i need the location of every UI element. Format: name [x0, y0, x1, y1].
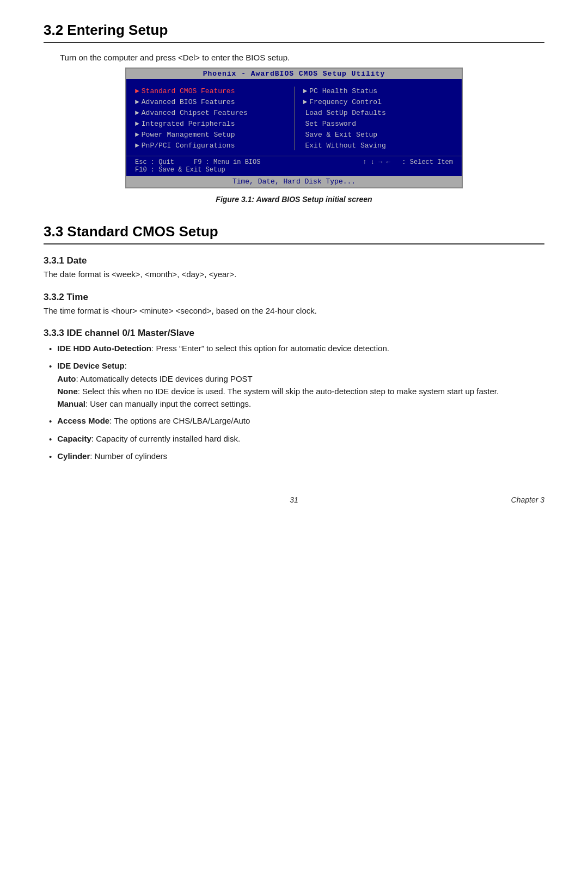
subsection-333: 3.3.3 IDE channel 0/1 Master/Slave IDE H… — [44, 328, 544, 463]
bullet-access-mode-label: Access Mode — [57, 416, 109, 425]
section-33: 3.3 Standard CMOS Setup 3.3.1 Date The d… — [44, 223, 544, 463]
bios-item-frequency: ► Frequency Control — [303, 98, 454, 106]
bios-screenshot: Phoenix - AwardBIOS CMOS Setup Utility ►… — [125, 68, 463, 188]
chapter-label: Chapter 3 — [377, 495, 544, 504]
subsection-331-heading: 3.3.1 Date — [44, 255, 544, 266]
bios-menu-area: ► Standard CMOS Features ► Advanced BIOS… — [126, 79, 462, 156]
section-33-divider — [44, 243, 544, 244]
bios-item-label-r2: Frequency Control — [309, 98, 382, 106]
arrow-icon-3: ► — [135, 109, 139, 117]
bios-item-label-r1: PC Health Status — [309, 87, 377, 95]
bios-item-save-exit: Save & Exit Setup — [303, 131, 454, 139]
intro-text: Turn on the computer and press <Del> to … — [60, 53, 544, 62]
subsection-332-heading: 3.3.2 Time — [44, 292, 544, 303]
bios-title: Phoenix - AwardBIOS CMOS Setup Utility — [126, 69, 462, 79]
subsection-331: 3.3.1 Date The date format is <week>, <m… — [44, 255, 544, 281]
bios-item-label-6: PnP/PCI Configurations — [142, 142, 235, 150]
bullet-access-mode: Access Mode: The options are CHS/LBA/Lar… — [49, 414, 544, 427]
figure-caption: Figure 3.1: Award BIOS Setup initial scr… — [44, 195, 544, 204]
bios-item-set-password: Set Password — [303, 120, 454, 128]
subsection-332-text: The time format is <hour> <minute> <seco… — [44, 305, 544, 317]
bios-item-advanced-bios: ► Advanced BIOS Features — [135, 98, 285, 106]
bullet-ide-hdd-text: IDE HDD Auto-Detection: Press “Enter” to… — [57, 342, 544, 354]
bios-footer-left: Esc : Quit F9 : Menu in BIOSF10 : Save &… — [135, 158, 260, 174]
bullet-ide-hdd-label: IDE HDD Auto-Detection — [57, 344, 151, 353]
bullet-ide-device: IDE Device Setup: Auto: Automatically de… — [49, 359, 544, 410]
ide-none-label: None — [57, 387, 78, 396]
subsection-332: 3.3.2 Time The time format is <hour> <mi… — [44, 292, 544, 317]
bios-item-label-4: Integrated Peripherals — [142, 120, 235, 128]
bios-footer-right: ↑ ↓ → ← : Select Item — [363, 158, 453, 174]
arrow-icon-6: ► — [135, 142, 139, 150]
bios-item-label-3: Advanced Chipset Features — [142, 109, 248, 117]
bios-item-pc-health: ► PC Health Status — [303, 87, 454, 95]
arrow-icon-r1: ► — [303, 87, 308, 95]
bullet-ide-device-label: IDE Device Setup — [57, 361, 124, 370]
bios-item-advanced-chipset: ► Advanced Chipset Features — [135, 109, 285, 117]
bios-status-bar: Time, Date, Hard Disk Type... — [126, 176, 462, 187]
bullet-access-mode-text: Access Mode: The options are CHS/LBA/Lar… — [57, 414, 544, 427]
bios-item-label-1: Standard CMOS Features — [142, 87, 235, 95]
bios-item-standard-cmos: ► Standard CMOS Features — [135, 87, 285, 95]
arrow-icon-4: ► — [135, 120, 139, 128]
section-32-divider — [44, 42, 544, 43]
section-33-heading: 3.3 Standard CMOS Setup — [44, 223, 544, 240]
subsection-333-heading: 3.3.3 IDE channel 0/1 Master/Slave — [44, 328, 544, 339]
page-number: 31 — [211, 495, 378, 504]
bios-item-label-5: Power Management Setup — [142, 131, 235, 139]
bios-item-power: ► Power Management Setup — [135, 131, 285, 139]
bios-left-col: ► Standard CMOS Features ► Advanced BIOS… — [126, 84, 294, 152]
page-footer: 31 Chapter 3 — [44, 495, 544, 504]
bios-item-integrated: ► Integrated Peripherals — [135, 120, 285, 128]
bullet-ide-device-text: IDE Device Setup: Auto: Automatically de… — [57, 359, 544, 410]
arrow-icon-5: ► — [135, 131, 139, 139]
subsection-331-text: The date format is <week>, <month>, <day… — [44, 268, 544, 281]
bios-item-exit-nosave: Exit Without Saving — [303, 142, 454, 150]
bullet-cylinder: Cylinder: Number of cylinders — [49, 450, 544, 463]
ide-auto-label: Auto — [57, 374, 76, 383]
bios-right-col: ► PC Health Status ► Frequency Control L… — [295, 84, 462, 152]
section-32: 3.2 Entering Setup Turn on the computer … — [44, 22, 544, 204]
footer-left-spacer — [44, 495, 211, 504]
bullet-capacity-text: Capacity: Capacity of currently installe… — [57, 432, 544, 445]
bios-item-load-defaults: Load SetUp Defaults — [303, 109, 454, 117]
ide-manual-label: Manual — [57, 399, 85, 408]
bios-item-pnp: ► PnP/PCI Configurations — [135, 142, 285, 150]
arrow-icon-r2: ► — [303, 98, 308, 106]
bullet-ide-hdd: IDE HDD Auto-Detection: Press “Enter” to… — [49, 342, 544, 355]
bullet-cylinder-label: Cylinder — [57, 451, 90, 461]
arrow-icon-2: ► — [135, 98, 139, 106]
bullet-capacity: Capacity: Capacity of currently installe… — [49, 432, 544, 445]
bullet-cylinder-text: Cylinder: Number of cylinders — [57, 450, 544, 462]
ide-bullet-list: IDE HDD Auto-Detection: Press “Enter” to… — [49, 342, 544, 463]
bios-item-label-2: Advanced BIOS Features — [142, 98, 235, 106]
section-32-heading: 3.2 Entering Setup — [44, 22, 544, 39]
bullet-capacity-label: Capacity — [57, 434, 91, 443]
arrow-icon-1: ► — [135, 87, 139, 95]
bios-footer: Esc : Quit F9 : Menu in BIOSF10 : Save &… — [126, 156, 462, 176]
